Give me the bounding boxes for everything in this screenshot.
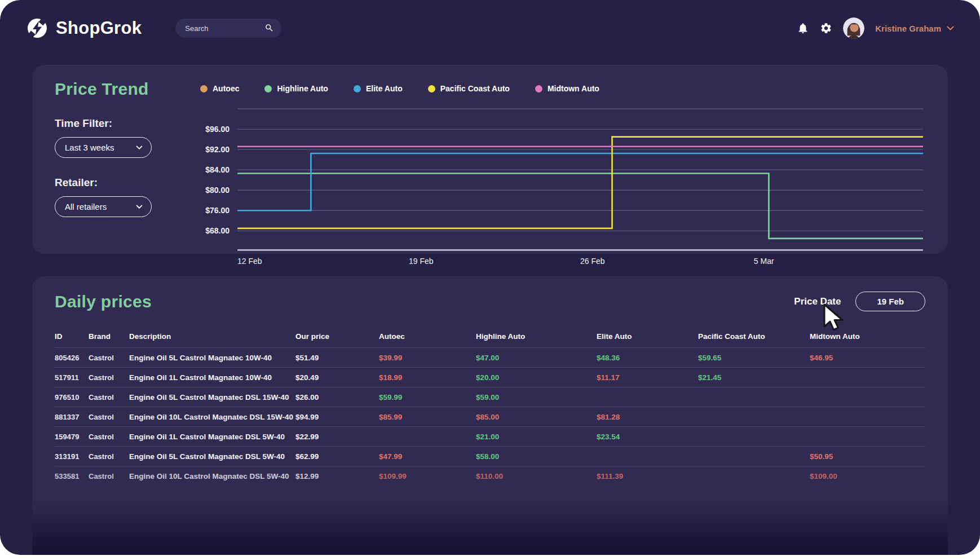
- cell-brand: Castrol: [89, 393, 129, 402]
- app-window: ShopGrok: [0, 0, 980, 555]
- column-header-pacific-coast-auto: Pacific Coast Auto: [698, 332, 810, 341]
- column-header-our-price: Our price: [295, 332, 379, 341]
- topbar: ShopGrok: [0, 0, 980, 56]
- chevron-down-icon: [947, 26, 954, 31]
- x-axis-label: 19 Feb: [409, 257, 434, 264]
- cell-our-price: $62.99: [295, 452, 379, 461]
- user-avatar[interactable]: [843, 17, 864, 39]
- cell-id: 517911: [55, 373, 89, 382]
- cell-autoec-price: $39.99: [379, 354, 476, 362]
- cell-highline-auto-price: $110.00: [476, 472, 597, 480]
- chevron-down-icon: [136, 205, 143, 209]
- cell-elite-auto-price: $111.39: [597, 472, 698, 480]
- legend-dot: [535, 85, 542, 92]
- cell-id: 881337: [55, 413, 89, 421]
- column-header-midtown-auto: Midtown Auto: [810, 332, 925, 341]
- shopgrok-logo[interactable]: ShopGrok: [26, 17, 142, 39]
- legend-item-midtown-auto[interactable]: Midtown Auto: [535, 84, 599, 93]
- legend-item-elite-auto[interactable]: Elite Auto: [354, 84, 403, 93]
- table-header-row: IDBrandDescriptionOur priceAutoecHighlin…: [55, 325, 925, 347]
- y-axis-label: $80.00: [205, 186, 229, 195]
- cell-brand: Castrol: [89, 413, 129, 421]
- user-name: Kristine Graham: [875, 24, 941, 33]
- cell-our-price: $22.99: [295, 433, 379, 441]
- cell-autoec-price: $109.99: [379, 472, 476, 480]
- price-trend-card: Price Trend Time Filter: Last 3 weeks Re…: [32, 65, 948, 254]
- legend-dot: [264, 85, 272, 92]
- column-header-brand: Brand: [89, 332, 129, 341]
- cell-description: Engine Oil 5L Castrol Magnatec DSL 15W-4…: [129, 393, 295, 402]
- cell-our-price: $94.99: [295, 413, 379, 421]
- daily-prices-header: Daily prices Price Date 19 Feb: [55, 292, 925, 311]
- retailer-filter-label: Retailer:: [55, 177, 197, 189]
- cell-our-price: $51.49: [295, 354, 379, 362]
- price-trend-chart: $96.00$92.00$84.00$80.00$76.00$68.0012 F…: [197, 100, 926, 264]
- table-row: 881337CastrolEngine Oil 10L Castrol Magn…: [55, 407, 925, 426]
- y-axis-label: $96.00: [205, 125, 229, 134]
- legend-item-autoec[interactable]: Autoec: [200, 84, 239, 93]
- cell-id: 976510: [55, 393, 89, 402]
- chevron-down-icon: [136, 145, 143, 150]
- price-date-control: Price Date 19 Feb: [794, 292, 925, 311]
- price-trend-controls: Price Trend Time Filter: Last 3 weeks Re…: [55, 80, 197, 240]
- cell-elite-auto-price: $11.17: [597, 373, 698, 382]
- column-header-description: Description: [129, 332, 295, 341]
- cell-brand: Castrol: [89, 354, 129, 362]
- app-title: ShopGrok: [56, 18, 142, 38]
- chart-legend: AutoecHighline AutoElite AutoPacific Coa…: [197, 80, 926, 100]
- cell-autoec-price: $85.99: [379, 413, 476, 421]
- topbar-actions: Kristine Graham: [797, 17, 954, 39]
- cell-description: Engine Oil 10L Castrol Magnatec DSL 15W-…: [129, 413, 295, 421]
- cell-id: 805426: [55, 354, 89, 362]
- time-filter-value: Last 3 weeks: [65, 143, 114, 152]
- cell-pacific-coast-auto-price: $21.45: [698, 373, 810, 382]
- table-row: 159479CastrolEngine Oil 1L Castrol Magna…: [55, 426, 925, 446]
- cell-autoec-price: $59.99: [379, 393, 476, 402]
- cell-autoec-price: $18.99: [379, 373, 476, 382]
- column-header-autoec: Autoec: [379, 332, 476, 341]
- legend-label: Midtown Auto: [548, 84, 599, 93]
- y-axis-label: $76.00: [205, 206, 229, 215]
- legend-label: Autoec: [213, 84, 239, 93]
- table-row: 533581CastrolEngine Oil 10L Castrol Magn…: [55, 466, 925, 486]
- cell-brand: Castrol: [89, 433, 129, 441]
- cell-highline-auto-price: $58.00: [476, 452, 597, 461]
- cell-highline-auto-price: $20.00: [476, 373, 597, 382]
- legend-label: Elite Auto: [366, 84, 403, 93]
- cell-id: 533581: [55, 472, 89, 480]
- daily-prices-card: Daily prices Price Date 19 Feb IDBrandDe…: [32, 276, 948, 555]
- series-line-elite-auto: [237, 153, 923, 210]
- daily-prices-table: IDBrandDescriptionOur priceAutoecHighlin…: [55, 325, 925, 486]
- user-menu[interactable]: Kristine Graham: [875, 24, 954, 33]
- table-row: 805426CastrolEngine Oil 5L Castrol Magna…: [55, 347, 925, 367]
- legend-label: Highline Auto: [277, 84, 328, 93]
- settings-gear-icon[interactable]: [820, 22, 832, 34]
- search-bar: [175, 19, 281, 38]
- legend-item-highline-auto[interactable]: Highline Auto: [264, 84, 328, 93]
- cell-midtown-auto-price: $50.95: [810, 452, 925, 461]
- retailer-select[interactable]: All retailers: [55, 196, 152, 217]
- time-filter-select[interactable]: Last 3 weeks: [55, 137, 152, 158]
- price-date-label: Price Date: [794, 296, 841, 307]
- search-icon[interactable]: [264, 23, 274, 35]
- legend-dot: [354, 85, 361, 92]
- price-date-button[interactable]: 19 Feb: [855, 292, 925, 311]
- column-header-highline-auto: Highline Auto: [476, 332, 597, 341]
- notifications-bell-icon[interactable]: [797, 22, 809, 34]
- cell-elite-auto-price: $48.36: [597, 354, 698, 362]
- shopgrok-logo-icon: [26, 17, 48, 39]
- cell-midtown-auto-price: $46.95: [810, 354, 925, 362]
- legend-dot: [200, 85, 208, 92]
- daily-prices-title: Daily prices: [55, 292, 152, 311]
- cell-highline-auto-price: $47.00: [476, 354, 597, 362]
- time-filter-label: Time Filter:: [55, 117, 197, 130]
- y-axis-label: $68.00: [205, 226, 229, 235]
- table-row: 976510CastrolEngine Oil 5L Castrol Magna…: [55, 387, 925, 407]
- table-bottom-fade: [32, 499, 948, 555]
- column-header-id: ID: [55, 332, 89, 341]
- cell-elite-auto-price: $81.28: [597, 413, 698, 421]
- cell-pacific-coast-auto-price: $59.65: [698, 354, 810, 362]
- legend-item-pacific-coast-auto[interactable]: Pacific Coast Auto: [428, 84, 510, 93]
- cell-brand: Castrol: [89, 452, 129, 461]
- cell-description: Engine Oil 1L Castrol Magnatec 10W-40: [129, 373, 295, 382]
